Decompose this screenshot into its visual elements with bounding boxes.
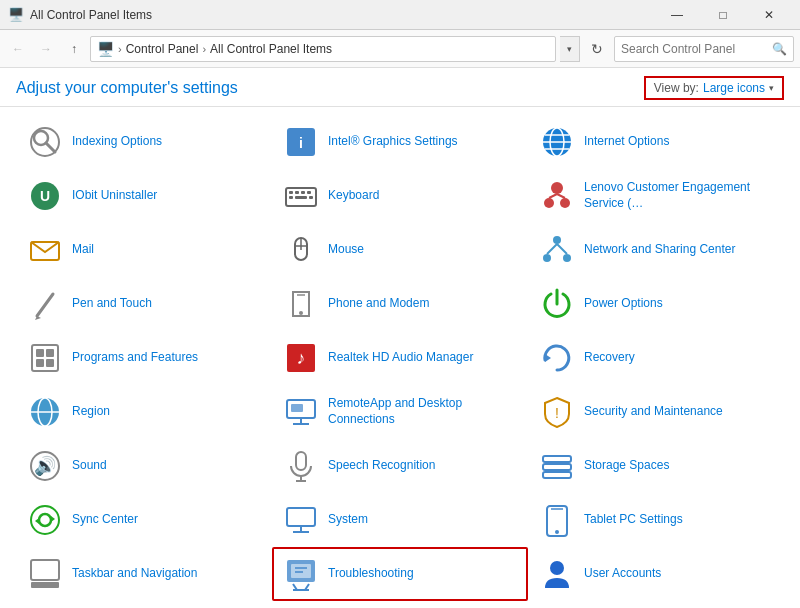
item-label: Internet Options [584,134,669,150]
item-icon [26,123,64,161]
control-item[interactable]: Sync Center [16,493,272,547]
control-item[interactable]: iIntel® Graphics Settings [272,115,528,169]
control-item[interactable]: 🔊Sound [16,439,272,493]
control-item[interactable]: ♪Realtek HD Audio Manager [272,331,528,385]
item-label: Lenovo Customer Engagement Service (… [584,180,774,211]
control-item[interactable]: Power Options [528,277,784,331]
item-label: Phone and Modem [328,296,429,312]
maximize-button[interactable]: □ [700,0,746,30]
svg-rect-71 [31,560,59,580]
svg-rect-39 [36,349,44,357]
control-item[interactable]: !Security and Maintenance [528,385,784,439]
address-dropdown[interactable]: ▾ [560,36,580,62]
svg-rect-14 [295,191,299,194]
close-button[interactable]: ✕ [746,0,792,30]
control-item[interactable]: UIObit Uninstaller [16,169,272,223]
item-icon: U [26,177,64,215]
svg-point-21 [544,198,554,208]
item-label: IObit Uninstaller [72,188,157,204]
svg-point-30 [543,254,551,262]
item-icon [282,177,320,215]
control-item[interactable]: Windows Defender Firewall [16,601,272,608]
svg-marker-64 [35,518,39,524]
item-label: Mouse [328,242,364,258]
control-item[interactable]: Taskbar and Navigation [16,547,272,601]
control-item[interactable]: Mouse [272,223,528,277]
search-box[interactable]: 🔍 [614,36,794,62]
item-label: Storage Spaces [584,458,669,474]
item-icon [538,555,576,593]
svg-marker-45 [545,354,551,362]
svg-point-62 [31,506,59,534]
control-item[interactable]: Windows Mobility Center [272,601,528,608]
forward-button[interactable]: → [34,37,58,61]
control-item[interactable]: Speech Recognition [272,439,528,493]
control-item[interactable]: Storage Spaces [528,439,784,493]
item-label: User Accounts [584,566,661,582]
control-item[interactable]: Pen and Touch [16,277,272,331]
item-label: Troubleshooting [328,566,414,582]
control-item[interactable]: Indexing Options [16,115,272,169]
svg-rect-72 [31,582,59,588]
item-label: Region [72,404,110,420]
control-item[interactable]: Tablet PC Settings [528,493,784,547]
control-item[interactable]: Lenovo Customer Engagement Service (… [528,169,784,223]
item-label: Indexing Options [72,134,162,150]
separator-1: › [118,43,122,55]
item-icon [26,555,64,593]
svg-point-36 [299,311,303,315]
svg-rect-18 [295,196,307,199]
view-by-selector[interactable]: View by: Large icons ▾ [644,76,784,100]
view-by-value: Large icons [703,81,765,95]
items-area[interactable]: Indexing OptionsiIntel® Graphics Setting… [0,107,800,608]
control-item[interactable]: Mail [16,223,272,277]
item-icon: ♪ [282,339,320,377]
item-label: Security and Maintenance [584,404,723,420]
control-item[interactable]: Recovery [528,331,784,385]
svg-rect-56 [296,452,306,470]
svg-point-80 [550,561,564,575]
svg-point-31 [563,254,571,262]
control-item[interactable]: Region [16,385,272,439]
item-label: Recovery [584,350,635,366]
control-item[interactable]: Keyboard [272,169,528,223]
svg-rect-52 [291,404,303,412]
item-icon [26,231,64,269]
item-icon [282,393,320,431]
item-icon: ! [538,393,576,431]
item-icon [282,447,320,485]
address-path[interactable]: 🖥️ › Control Panel › All Control Panel I… [90,36,556,62]
control-item[interactable]: System [272,493,528,547]
titlebar-icon: 🖥️ [8,7,24,23]
back-button[interactable]: ← [6,37,30,61]
minimize-button[interactable]: — [654,0,700,30]
separator-2: › [202,43,206,55]
svg-text:♪: ♪ [297,348,306,368]
svg-rect-38 [32,345,58,371]
control-item[interactable]: Work Folders [528,601,784,608]
control-item[interactable]: Troubleshooting [272,547,528,601]
svg-point-29 [553,236,561,244]
control-item[interactable]: Network and Sharing Center [528,223,784,277]
control-item[interactable]: Programs and Features [16,331,272,385]
control-item[interactable]: User Accounts [528,547,784,601]
item-icon [26,393,64,431]
up-button[interactable]: ↑ [62,37,86,61]
search-icon: 🔍 [772,42,787,56]
item-label: System [328,512,368,528]
control-item[interactable]: Phone and Modem [272,277,528,331]
control-item[interactable]: Internet Options [528,115,784,169]
svg-rect-59 [543,456,571,462]
search-input[interactable] [621,42,772,56]
svg-line-24 [557,194,565,198]
item-label: Pen and Touch [72,296,152,312]
item-icon: i [282,123,320,161]
refresh-button[interactable]: ↻ [584,36,610,62]
svg-rect-41 [36,359,44,367]
svg-rect-17 [289,196,293,199]
control-item[interactable]: RemoteApp and Desktop Connections [272,385,528,439]
path-icon: 🖥️ [97,41,114,57]
svg-point-20 [551,182,563,194]
svg-point-22 [560,198,570,208]
item-icon [282,285,320,323]
